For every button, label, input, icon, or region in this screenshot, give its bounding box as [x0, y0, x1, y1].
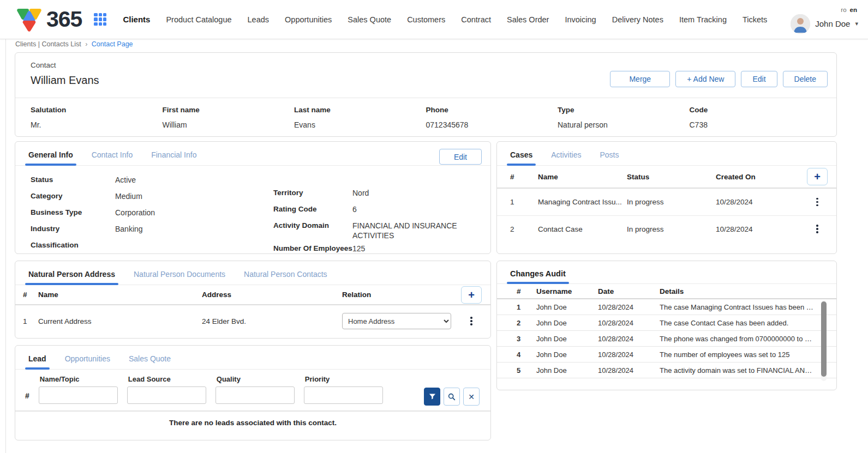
case-row[interactable]: 2 Contact Case In progress 10/28/2024 [497, 215, 836, 242]
delete-button[interactable]: Delete [783, 71, 828, 87]
field-salutation: Salutation Mr. [31, 106, 163, 129]
kebab-menu-icon[interactable] [807, 225, 828, 233]
nav-item-sales-order[interactable]: Sales Order [507, 15, 549, 24]
tab-general-info[interactable]: General Info [28, 150, 73, 165]
app-logo[interactable]: 365 [16, 7, 82, 32]
filter-name-topic: Name/Topic [39, 375, 118, 404]
field-industry: Industry Banking [31, 224, 273, 237]
nav-item-invoicing[interactable]: Invoicing [565, 15, 596, 24]
field-business-type: Business Type Corporation [31, 208, 273, 221]
app-grid-icon[interactable] [94, 13, 106, 26]
kebab-menu-icon[interactable] [807, 198, 828, 207]
nav-item-contract[interactable]: Contract [461, 15, 491, 24]
tab-opportunities[interactable]: Opportunities [65, 354, 110, 369]
address-table-header: # Name Address Relation + [15, 285, 490, 305]
field-number-of-employees: Number Of Employees 125 [273, 244, 477, 257]
nav-item-sales-quote[interactable]: Sales Quote [348, 15, 391, 24]
tab-natural-person-address[interactable]: Natural Person Address [28, 270, 115, 285]
breadcrumb-trail[interactable]: Clients | Contacts List [15, 40, 81, 48]
kebab-menu-icon[interactable] [461, 317, 482, 325]
merge-button[interactable]: Merge [610, 71, 670, 87]
content-left-rule [5, 39, 6, 453]
add-case-button[interactable]: + [807, 168, 828, 185]
field-code: Code C738 [690, 106, 822, 129]
general-info-card: General Info Contact Info Financial Info… [15, 141, 491, 254]
general-info-tabs: General Info Contact Info Financial Info [15, 142, 490, 166]
field-status: Status Active [31, 175, 273, 188]
field-classification: Classification [31, 240, 273, 253]
tab-posts[interactable]: Posts [600, 150, 619, 165]
contact-fields: Salutation Mr. First name William Last n… [15, 98, 836, 129]
apply-filter-button[interactable] [424, 388, 440, 406]
tab-contact-info[interactable]: Contact Info [92, 150, 133, 165]
nav-item-delivery-notes[interactable]: Delivery Notes [612, 15, 663, 24]
main-nav: Clients Product Catalogue Leads Opportun… [123, 15, 767, 24]
filter-lead-source: Lead Source [127, 375, 206, 404]
lead-card: Lead Opportunities Sales Quote # Name/To… [15, 345, 491, 440]
case-row[interactable]: 1 Managing Contract Issu... In progress … [497, 189, 836, 215]
lead-filter-buttons: ✕ [424, 388, 480, 406]
field-phone: Phone 0712345678 [426, 106, 558, 129]
field-activity-domain: Activity Domain FINANCIAL AND INSURANCE … [273, 221, 477, 240]
field-category: Category Medium [31, 191, 273, 204]
cases-tabs: Cases Activities Posts [497, 142, 836, 166]
contact-actions: Merge + Add New Edit Delete [610, 71, 828, 87]
changes-audit-card: Changes Audit # Username Date Details 1 … [496, 261, 837, 390]
general-info-edit-button[interactable]: Edit [439, 149, 482, 165]
breadcrumb: Clients | Contacts List › Contact Page [15, 40, 133, 48]
audit-row: 1 John Doe 10/28/2024 The case Managing … [497, 299, 836, 315]
tab-sales-quote[interactable]: Sales Quote [129, 354, 171, 369]
tab-financial-info[interactable]: Financial Info [151, 150, 196, 165]
audit-title-wrap: Changes Audit [497, 261, 836, 284]
tab-natural-person-contacts[interactable]: Natural Person Contacts [244, 270, 327, 285]
audit-title: Changes Audit [510, 269, 566, 283]
logo-text: 365 [46, 8, 82, 31]
user-name: John Doe [815, 19, 850, 28]
add-new-button[interactable]: + Add New [675, 71, 735, 87]
cases-table-header: # Name Status Created On + [497, 166, 836, 189]
language-switcher: ro en [841, 7, 858, 13]
lead-filter-row: # Name/Topic Lead Source Quality Priorit… [15, 370, 490, 406]
address-row[interactable]: 1 Current Address 24 Elder Bvd. Home Add… [15, 305, 490, 337]
breadcrumb-current[interactable]: Contact Page [92, 40, 133, 48]
audit-row: 4 John Doe 10/28/2024 The number of empl… [497, 347, 836, 363]
add-address-button[interactable]: + [461, 286, 482, 304]
audit-scrollbar-thumb[interactable] [821, 301, 827, 377]
contact-summary-card: Contact William Evans Merge + Add New Ed… [15, 52, 837, 137]
tab-lead[interactable]: Lead [28, 354, 46, 369]
user-menu[interactable]: John Doe ▾ [791, 14, 858, 36]
clear-filter-button[interactable]: ✕ [463, 388, 480, 406]
nav-item-tickets[interactable]: Tickets [743, 15, 767, 24]
breadcrumb-separator-icon: › [85, 40, 87, 48]
funnel-icon [428, 392, 436, 401]
nav-item-clients[interactable]: Clients [123, 15, 150, 24]
edit-button[interactable]: Edit [741, 71, 777, 87]
nav-item-product-catalogue[interactable]: Product Catalogue [166, 15, 231, 24]
cases-card: Cases Activities Posts # Name Status Cre… [496, 141, 837, 254]
natural-person-address-card: Natural Person Address Natural Person Do… [15, 261, 491, 339]
quality-input[interactable] [215, 386, 295, 404]
tab-activities[interactable]: Activities [551, 150, 581, 165]
field-type: Type Natural person [558, 106, 690, 129]
lead-source-input[interactable] [127, 386, 206, 404]
lang-ro[interactable]: ro [841, 7, 846, 13]
name-topic-input[interactable] [39, 386, 118, 404]
nav-item-leads[interactable]: Leads [248, 15, 270, 24]
priority-input[interactable] [304, 386, 383, 404]
audit-row: 2 John Doe 10/28/2024 The case Contact C… [497, 315, 836, 331]
chevron-down-icon: ▾ [855, 20, 858, 27]
nav-item-opportunities[interactable]: Opportunities [285, 15, 332, 24]
tab-cases[interactable]: Cases [510, 150, 532, 165]
audit-scrollbar [821, 300, 827, 381]
lang-en[interactable]: en [850, 7, 857, 13]
search-button[interactable] [444, 388, 460, 406]
nav-item-customers[interactable]: Customers [407, 15, 445, 24]
field-last-name: Last name Evans [294, 106, 426, 129]
nav-item-item-tracking[interactable]: Item Tracking [679, 15, 727, 24]
user-area: ro en John Doe ▾ [791, 3, 858, 36]
close-icon: ✕ [468, 392, 475, 401]
general-info-body: Status Active Category Medium Business T… [15, 166, 490, 260]
relation-select[interactable]: Home Address [342, 313, 451, 329]
row-number-column: # [25, 391, 29, 400]
tab-natural-person-documents[interactable]: Natural Person Documents [134, 270, 225, 285]
